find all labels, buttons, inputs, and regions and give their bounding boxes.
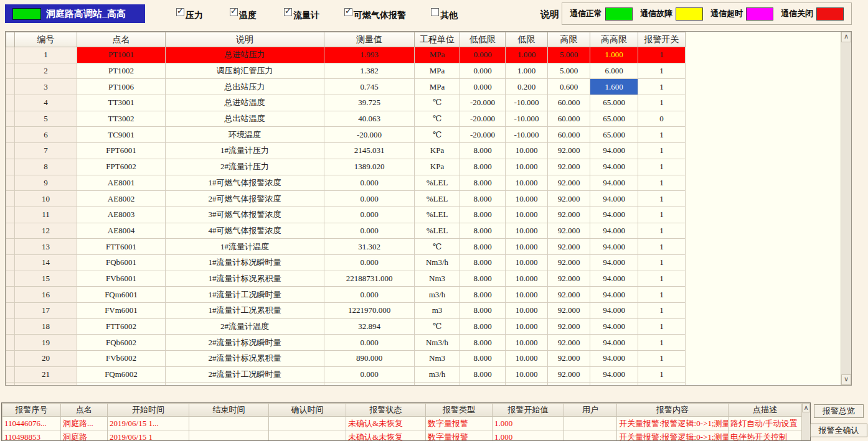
cell-l[interactable]: 10.000 bbox=[506, 223, 548, 239]
cell-h[interactable]: 60.000 bbox=[548, 95, 590, 111]
cell-h[interactable]: 92.000 bbox=[548, 191, 590, 207]
cell-ll[interactable]: 8.000 bbox=[460, 303, 506, 319]
cell-no[interactable]: 8 bbox=[15, 159, 77, 175]
cell-h[interactable]: 92.000 bbox=[548, 254, 590, 271]
cell-l[interactable]: 10.000 bbox=[506, 318, 548, 335]
pressure-checkbox[interactable] bbox=[176, 8, 184, 16]
cell-no[interactable]: 6 bbox=[15, 127, 77, 143]
alarm-cell-ack[interactable] bbox=[269, 430, 346, 441]
cell-value[interactable]: -20.000 bbox=[324, 127, 415, 143]
cell-name[interactable]: FVm6001 bbox=[77, 303, 166, 319]
cell-unit[interactable]: %LEL bbox=[415, 223, 460, 239]
cell-h[interactable]: 92.000 bbox=[548, 318, 590, 335]
cell-unit[interactable]: Nm3 bbox=[415, 271, 460, 287]
alarm-overview-button[interactable]: 报警总览 bbox=[814, 404, 864, 418]
cell-desc[interactable]: 2#流量计工况瞬时量 bbox=[166, 366, 324, 383]
cell-h[interactable]: 5.000 bbox=[548, 47, 590, 63]
cell-h[interactable]: 60.000 bbox=[548, 111, 590, 127]
cell-name[interactable]: FVb6001 bbox=[77, 271, 166, 287]
cell-unit[interactable]: %LEL bbox=[415, 191, 460, 207]
cell-no[interactable]: 17 bbox=[15, 303, 77, 319]
cell-l[interactable]: 0.200 bbox=[506, 79, 548, 95]
cell-desc[interactable]: 1#流量计温度 bbox=[166, 239, 324, 255]
cell-name[interactable]: PT1002 bbox=[77, 63, 166, 79]
cell-l[interactable]: 10.000 bbox=[506, 366, 548, 383]
alarm-cell-content[interactable]: 开关量报警:报警逻辑:0->1;测量值1 bbox=[617, 417, 729, 430]
cell-name[interactable]: TC9001 bbox=[77, 127, 166, 143]
cell-l[interactable]: 10.000 bbox=[506, 383, 548, 386]
cell-ll[interactable]: 8.000 bbox=[460, 271, 506, 287]
cell-hh[interactable]: 94.000 bbox=[590, 223, 638, 239]
cell-sw[interactable]: 1 bbox=[638, 223, 686, 239]
cell-no[interactable]: 10 bbox=[15, 191, 77, 207]
cell-h[interactable]: 92.000 bbox=[548, 383, 590, 386]
cell-ll[interactable]: 8.000 bbox=[460, 175, 506, 191]
cell-hh[interactable]: 65.000 bbox=[590, 127, 638, 143]
cell-desc[interactable]: 2#流量计标况累积量 bbox=[166, 351, 324, 367]
cell-value[interactable]: 22188731.000 bbox=[324, 271, 415, 287]
cell-unit[interactable]: m3/h bbox=[415, 366, 460, 383]
cell-name[interactable]: FVb6002 bbox=[77, 351, 166, 367]
cell-value[interactable]: 1.382 bbox=[324, 63, 415, 79]
cell-name[interactable]: FPT6001 bbox=[77, 143, 166, 159]
cell-value[interactable]: 32.894 bbox=[324, 318, 415, 335]
cell-no[interactable]: 4 bbox=[15, 95, 77, 111]
cell-value[interactable]: 2145.031 bbox=[324, 143, 415, 159]
cell-no[interactable]: 12 bbox=[15, 223, 77, 239]
gas-alarm-checkbox[interactable] bbox=[344, 8, 352, 16]
cell-no[interactable]: 21 bbox=[15, 366, 77, 383]
cell-l[interactable]: 10.000 bbox=[506, 335, 548, 351]
cell-ll[interactable]: 0.000 bbox=[460, 63, 506, 79]
cell-desc[interactable]: 1#流量计标况累积量 bbox=[166, 271, 324, 287]
cell-sw[interactable]: 1 bbox=[638, 207, 686, 223]
cell-desc[interactable]: 4#可燃气体报警浓度 bbox=[166, 223, 324, 239]
cell-desc[interactable]: 环境温度 bbox=[166, 127, 324, 143]
cell-h[interactable]: 92.000 bbox=[548, 351, 590, 367]
cell-value[interactable]: 0.000 bbox=[324, 366, 415, 383]
cell-no[interactable]: 16 bbox=[15, 287, 77, 303]
cell-value[interactable]: 0.000 bbox=[324, 223, 415, 239]
cell-value[interactable]: 890.000 bbox=[324, 351, 415, 367]
cell-ll[interactable]: 8.000 bbox=[460, 239, 506, 255]
cell-ll[interactable]: 8.000 bbox=[460, 383, 506, 386]
cell-sw[interactable]: 1 bbox=[638, 254, 686, 271]
cell-no[interactable]: 7 bbox=[15, 143, 77, 159]
cell-hh[interactable]: 94.000 bbox=[590, 159, 638, 175]
scroll-up-icon[interactable]: ∧ bbox=[841, 32, 851, 42]
cell-name[interactable]: FTT6002 bbox=[77, 318, 166, 335]
alarm-cell-desc[interactable]: 路灯自动/手动设置 bbox=[729, 417, 802, 430]
cell-value[interactable]: 1221970.000 bbox=[324, 303, 415, 319]
other-checkbox[interactable] bbox=[431, 8, 439, 16]
cell-l[interactable]: 10.000 bbox=[506, 207, 548, 223]
cell-desc[interactable]: 2#流量计温度 bbox=[166, 318, 324, 335]
cell-hh[interactable]: 1.000 bbox=[590, 47, 638, 63]
cell-sw[interactable]: 1 bbox=[638, 351, 686, 367]
filter-temperature[interactable]: 温度 bbox=[230, 8, 257, 21]
cell-ll[interactable]: 8.000 bbox=[460, 351, 506, 367]
cell-l[interactable]: -10.000 bbox=[506, 111, 548, 127]
cell-name[interactable]: TT3002 bbox=[77, 111, 166, 127]
cell-no[interactable]: 9 bbox=[15, 175, 77, 191]
alarm-cell-type[interactable]: 数字量报警 bbox=[426, 417, 493, 430]
cell-unit[interactable]: KPa bbox=[415, 159, 460, 175]
cell-name[interactable]: FVm6002 bbox=[77, 383, 166, 386]
cell-l[interactable]: 10.000 bbox=[506, 239, 548, 255]
cell-desc[interactable]: 总进站温度 bbox=[166, 95, 324, 111]
cell-sw[interactable]: 1 bbox=[638, 79, 686, 95]
cell-desc[interactable]: 3#可燃气体报警浓度 bbox=[166, 207, 324, 223]
cell-value[interactable]: 0.000 bbox=[324, 207, 415, 223]
cell-hh[interactable]: 94.000 bbox=[590, 175, 638, 191]
cell-name[interactable]: FQm6002 bbox=[77, 366, 166, 383]
cell-desc[interactable]: 调压前汇管压力 bbox=[166, 63, 324, 79]
alarm-cell-end[interactable] bbox=[189, 430, 269, 441]
cell-ll[interactable]: 8.000 bbox=[460, 143, 506, 159]
cell-value[interactable]: 1389.020 bbox=[324, 159, 415, 175]
cell-sw[interactable]: 1 bbox=[638, 47, 686, 63]
cell-no[interactable]: 13 bbox=[15, 239, 77, 255]
cell-sw[interactable]: 1 bbox=[638, 318, 686, 335]
cell-ll[interactable]: 0.000 bbox=[460, 47, 506, 63]
cell-l[interactable]: 1.000 bbox=[506, 47, 548, 63]
cell-hh[interactable]: 65.000 bbox=[590, 111, 638, 127]
cell-desc[interactable]: 总出站压力 bbox=[166, 79, 324, 95]
cell-name[interactable]: AE8002 bbox=[77, 191, 166, 207]
